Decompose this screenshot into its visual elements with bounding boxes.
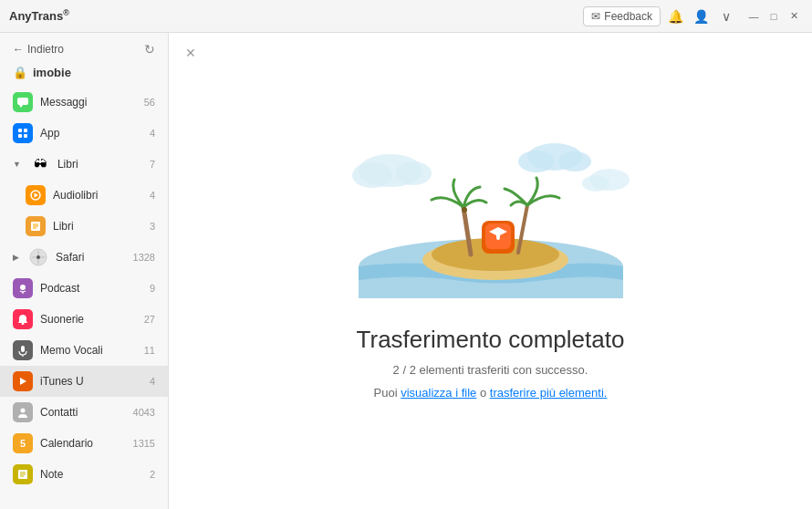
close-button[interactable]: ✕ [182,44,200,62]
safari-label: Safari [56,251,126,264]
suonerie-label: Suonerie [40,313,137,326]
libri-count: 7 [150,159,155,170]
sidebar-item-app[interactable]: App 4 [0,118,168,149]
podcast-label: Podcast [40,282,142,295]
feedback-button[interactable]: ✉ Feedback [583,6,661,26]
links-prefix: Puoi [374,386,401,400]
title-bar: AnyTrans® ✉ Feedback 🔔 👤 ∨ — □ ✕ [0,0,812,33]
sidebar-item-libri2[interactable]: Libri 3 [0,211,168,242]
libri2-label: Libri [53,220,142,233]
maximize-button[interactable]: □ [765,7,783,26]
transfer-more-link[interactable]: trasferire più elementi. [490,386,608,400]
device-name: imobie [33,66,71,79]
sidebar-item-safari[interactable]: ▶ Safari 1328 [0,242,168,273]
bell-button[interactable]: 🔔 [664,5,686,27]
svg-rect-18 [21,346,25,352]
safari-count: 1328 [133,252,155,263]
reg-mark: ® [63,8,69,17]
title-bar-left: AnyTrans® [9,8,69,23]
view-files-link[interactable]: visualizza i file [401,386,476,400]
content-panel: ✕ [169,33,812,509]
calendario-count: 1315 [133,438,155,449]
sidebar-item-itunes-u[interactable]: iTunes U 4 [0,366,168,397]
main-container: ← Indietro ↻ 🔒 imobie Messaggi 56 App 4 [0,33,812,509]
audiolibri-label: Audiolibri [53,189,142,202]
note-count: 2 [150,469,155,480]
app-label: App [40,127,142,140]
messaggi-icon [13,92,33,112]
sidebar-item-libri[interactable]: ▼ 🕶 Libri 7 [0,149,168,180]
sidebar-item-note[interactable]: Note 2 [0,459,168,490]
svg-rect-1 [18,129,22,132]
itunes-u-icon [13,371,33,391]
podcast-icon [13,278,33,298]
svg-rect-3 [18,134,22,138]
sidebar-item-podcast[interactable]: Podcast 9 [0,273,168,304]
memo-vocali-icon [13,340,33,360]
success-content: Trasferimento completato 2 / 2 elementi … [336,125,646,418]
title-bar-right: ✉ Feedback 🔔 👤 ∨ — □ ✕ [583,5,803,27]
success-title: Trasferimento completato [357,326,625,354]
audiolibri-icon [26,185,46,205]
svg-point-15 [20,285,26,290]
app-title-text: AnyTrans [9,10,63,24]
svg-rect-17 [22,323,25,325]
success-links: Puoi visualizza i file o trasferire più … [374,386,608,400]
sidebar-item-contatti[interactable]: Contatti 4043 [0,397,168,428]
chevron-button[interactable]: ∨ [715,5,737,27]
itunes-u-count: 4 [150,376,155,387]
app-count: 4 [150,128,155,139]
svg-point-47 [496,236,500,240]
feedback-label: Feedback [604,10,652,23]
minimize-button[interactable]: — [744,7,763,26]
messaggi-count: 56 [144,97,155,108]
app-icon [13,123,33,143]
svg-marker-20 [20,378,26,385]
back-arrow-icon: ← [13,43,24,56]
sidebar-item-calendario[interactable]: 5 Calendario 1315 [0,428,168,459]
suonerie-icon [13,309,33,329]
svg-point-21 [21,409,26,413]
island-illustration [336,125,646,307]
svg-rect-4 [24,134,27,138]
suonerie-count: 27 [144,314,155,325]
sidebar-header: ← Indietro ↻ [0,33,168,62]
svg-point-14 [36,255,40,259]
user-button[interactable]: 👤 [690,5,712,27]
back-button[interactable]: ← Indietro [13,43,64,56]
app-title: AnyTrans® [9,8,69,23]
svg-point-32 [558,151,591,171]
svg-rect-2 [24,129,27,132]
note-label: Note [40,468,142,481]
back-label: Indietro [27,43,64,56]
podcast-count: 9 [150,283,155,294]
feedback-mail-icon: ✉ [591,10,600,23]
calendario-icon: 5 [13,433,33,453]
calendario-label: Calendario [40,437,126,450]
libri-toggle-arrow: ▼ [13,160,21,169]
messaggi-label: Messaggi [40,96,137,109]
sidebar-item-memo-vocali[interactable]: Memo Vocali 11 [0,335,168,366]
refresh-icon[interactable]: ↻ [144,42,155,57]
device-icon: 🔒 [13,66,27,79]
window-controls: — □ ✕ [744,7,803,26]
itunes-u-label: iTunes U [40,375,142,388]
contatti-count: 4043 [133,407,155,418]
svg-point-40 [462,207,467,213]
close-window-button[interactable]: ✕ [785,7,803,26]
memo-vocali-count: 11 [144,345,155,356]
sidebar-item-suonerie[interactable]: Suonerie 27 [0,304,168,335]
sidebar-item-messaggi[interactable]: Messaggi 56 [0,87,168,118]
svg-rect-0 [17,98,28,105]
sidebar-item-audiolibri[interactable]: Audiolibri 4 [0,180,168,211]
svg-point-31 [518,151,555,172]
audiolibri-count: 4 [150,190,155,201]
safari-toggle-arrow: ▶ [13,253,19,262]
contatti-label: Contatti [40,406,126,419]
libri2-count: 3 [150,221,155,232]
libri-label: Libri [57,158,142,171]
device-label: 🔒 imobie [0,62,168,87]
links-middle: o [476,386,489,400]
libri2-icon [26,216,46,236]
note-icon [13,464,33,484]
